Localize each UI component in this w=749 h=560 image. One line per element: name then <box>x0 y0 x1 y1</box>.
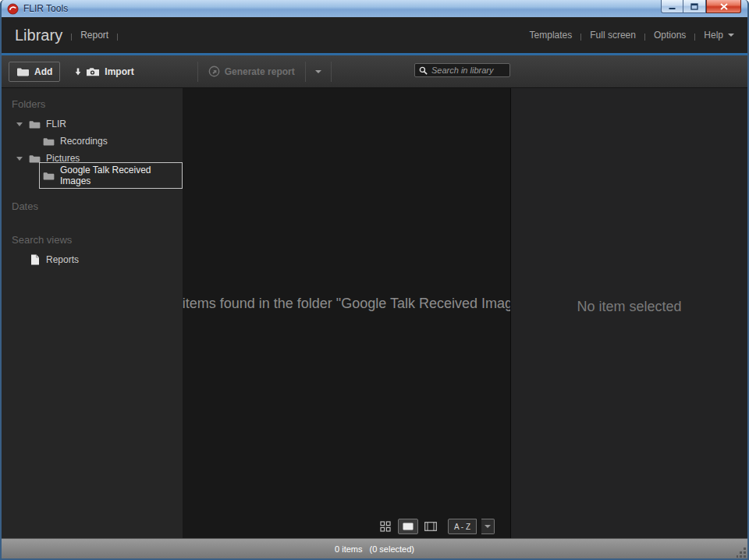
search-views-header[interactable]: Search views <box>2 227 183 251</box>
status-bar: 0 items (0 selected) <box>2 538 747 558</box>
toolbar-separator <box>331 62 332 82</box>
nav-separator <box>71 34 72 41</box>
chevron-down-icon <box>315 70 321 73</box>
tree-item-flir[interactable]: FLIR <box>2 115 183 133</box>
expand-caret-icon[interactable] <box>16 157 23 161</box>
tab-report[interactable]: Report <box>80 30 108 41</box>
nav-help[interactable]: Help <box>704 30 723 41</box>
tree-item-label: Reports <box>46 254 79 265</box>
nav-bar: Library Report Templates Full screen Opt… <box>2 17 747 53</box>
toolbar-separator <box>197 62 198 82</box>
content-area: Folders FLIR Recordings Pictures Google … <box>2 88 747 538</box>
title-bar[interactable]: FLIR Tools <box>2 0 747 17</box>
folder-icon <box>43 172 55 180</box>
nav-separator <box>580 34 581 41</box>
nav-separator <box>117 34 118 41</box>
resize-grip[interactable] <box>737 548 747 558</box>
maximize-button[interactable] <box>683 0 706 13</box>
status-item-count: 0 items <box>335 544 362 554</box>
sidebar: Folders FLIR Recordings Pictures Google … <box>2 88 183 538</box>
folder-icon <box>29 154 41 163</box>
no-item-selected-message: No item selected <box>577 299 681 328</box>
maximize-icon <box>690 3 698 10</box>
tab-library[interactable]: Library <box>15 27 62 44</box>
document-icon <box>30 254 40 265</box>
help-dropdown-caret-icon[interactable] <box>728 34 734 37</box>
generate-report-label: Generate report <box>225 66 295 77</box>
camera-icon <box>86 67 100 76</box>
minimize-button[interactable] <box>661 0 683 13</box>
nav-full-screen[interactable]: Full screen <box>590 30 636 41</box>
flir-tools-window: FLIR Tools Library Report Templates Full… <box>0 0 749 560</box>
add-button[interactable]: Add <box>9 62 60 82</box>
chevron-down-icon <box>485 525 491 528</box>
nav-separator <box>694 34 695 41</box>
tree-item-label: Recordings <box>60 136 108 147</box>
search-icon <box>419 66 428 75</box>
import-button[interactable]: Import <box>68 62 140 81</box>
status-selected-count: (0 selected) <box>369 544 414 554</box>
main-toolbar: Add Import Generate report <box>2 55 747 88</box>
import-button-label: Import <box>105 66 133 77</box>
grid-view-button[interactable] <box>378 519 393 534</box>
item-list-panel: No items found in the folder "Google Tal… <box>183 88 510 538</box>
generate-report-button[interactable]: Generate report <box>201 62 302 81</box>
generate-report-icon <box>208 66 220 77</box>
item-list-empty-area: No items found in the folder "Google Tal… <box>183 88 510 518</box>
generate-report-group: Generate report <box>197 55 332 87</box>
tree-item-label: Google Talk Received Images <box>60 165 178 186</box>
filmstrip-view-button[interactable] <box>423 519 438 534</box>
folder-icon <box>29 120 41 129</box>
tree-item-label: FLIR <box>46 119 66 129</box>
close-icon <box>720 3 728 10</box>
empty-folder-message: No items found in the folder "Google Tal… <box>183 295 510 311</box>
grid-view-icon <box>380 521 391 532</box>
import-arrow-icon <box>75 68 81 76</box>
close-button[interactable] <box>706 0 741 13</box>
flir-logo-icon[interactable] <box>7 3 19 15</box>
add-folder-icon <box>16 67 30 76</box>
nav-templates[interactable]: Templates <box>530 30 573 41</box>
nav-options[interactable]: Options <box>654 30 686 41</box>
detail-panel: No item selected <box>510 88 747 538</box>
window-controls <box>661 0 741 13</box>
minimize-icon <box>669 3 676 10</box>
folder-icon <box>43 137 55 146</box>
tree-item-recordings[interactable]: Recordings <box>2 133 183 150</box>
nav-separator <box>644 34 645 41</box>
search-input[interactable] <box>431 66 506 75</box>
sort-order-button[interactable]: A - Z <box>448 519 477 534</box>
nav-right-group: Templates Full screen Options Help <box>530 30 734 41</box>
search-box <box>414 63 510 77</box>
folders-header: Folders <box>2 91 183 115</box>
filmstrip-view-icon <box>424 522 437 531</box>
sort-order-dropdown-button[interactable] <box>481 519 495 534</box>
dates-header[interactable]: Dates <box>2 193 183 218</box>
expand-caret-icon[interactable] <box>16 122 23 126</box>
thumbnail-view-icon <box>403 523 414 530</box>
window-title: FLIR Tools <box>23 3 68 14</box>
add-button-label: Add <box>34 66 52 77</box>
tree-item-reports[interactable]: Reports <box>2 251 183 268</box>
selected-tree-item[interactable]: Google Talk Received Images <box>39 162 183 189</box>
tree-item-google-talk-received-images-selected[interactable]: Google Talk Received Images <box>2 167 183 184</box>
thumbnail-view-button[interactable] <box>398 519 418 534</box>
generate-report-dropdown-button[interactable] <box>306 66 331 77</box>
view-options-bar: A - Z <box>183 518 510 538</box>
